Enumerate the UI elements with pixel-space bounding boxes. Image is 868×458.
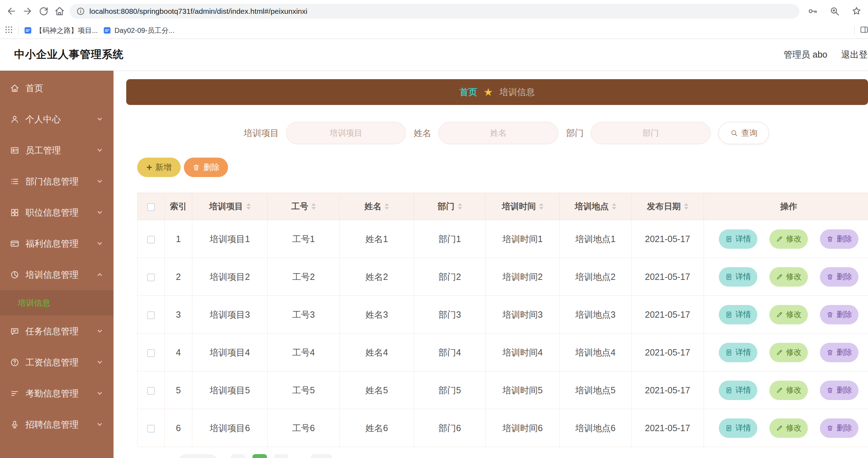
sidebar-item-training-mgmt[interactable]: 培训信息管理: [0, 259, 113, 290]
breadcrumb: 首页 ★ 培训信息: [126, 79, 868, 105]
edit-button[interactable]: 修改: [769, 418, 808, 438]
sidebar-item-salary-mgmt[interactable]: 工资信息管理: [0, 347, 113, 378]
col-header-work-id[interactable]: 工号: [268, 193, 340, 220]
row-checkbox[interactable]: [147, 236, 155, 243]
sidebar-item-position-mgmt[interactable]: 职位信息管理: [0, 197, 113, 228]
pagination-next-button[interactable]: [310, 454, 332, 458]
cell-dept: 部门6: [414, 409, 486, 447]
password-manager-button[interactable]: [804, 3, 821, 19]
detail-button[interactable]: 详情: [719, 418, 757, 438]
query-button[interactable]: 查询: [718, 122, 769, 144]
pen-icon: [776, 273, 783, 281]
detail-button[interactable]: 详情: [719, 229, 757, 249]
logout-link[interactable]: 退出登录: [841, 49, 868, 60]
search-input-dept[interactable]: [591, 122, 711, 144]
pagination-page-button[interactable]: [231, 454, 245, 458]
detail-button[interactable]: 详情: [719, 267, 757, 287]
col-header-place[interactable]: 培训地点: [560, 193, 631, 220]
bookmark-item[interactable]: Day02-09-员工分...: [103, 26, 175, 35]
sort-icon[interactable]: [458, 203, 462, 210]
delete-button[interactable]: 删除: [820, 229, 858, 249]
delete-button[interactable]: 删除: [820, 418, 858, 438]
pagination-prev-button[interactable]: [177, 454, 219, 458]
cell-place: 培训地点1: [560, 220, 631, 258]
side-panel-icon: [860, 25, 868, 34]
cell-date: 2021-05-17: [631, 296, 704, 334]
delete-button[interactable]: 删除: [820, 305, 858, 324]
col-header-dept[interactable]: 部门: [414, 193, 486, 220]
col-header-time[interactable]: 培训时间: [486, 193, 560, 220]
search-label-name: 姓名: [414, 127, 431, 139]
url-text: localhost:8080/springbootq731f/admin/dis…: [89, 7, 307, 16]
bookmark-button[interactable]: [848, 3, 864, 19]
edit-button[interactable]: 修改: [769, 229, 808, 249]
col-label: 培训地点: [575, 201, 609, 212]
pagination-active-page[interactable]: [252, 454, 267, 458]
sidebar-item-employee-mgmt[interactable]: 员工管理: [0, 135, 113, 166]
sort-icon[interactable]: [385, 203, 389, 210]
sidebar-item-personal-center[interactable]: 个人中心: [0, 104, 113, 135]
detail-button[interactable]: 详情: [719, 305, 757, 324]
row-checkbox[interactable]: [147, 349, 155, 357]
row-checkbox[interactable]: [147, 387, 155, 395]
detail-button[interactable]: 详情: [719, 381, 757, 400]
sort-icon[interactable]: [612, 203, 616, 210]
back-button[interactable]: [4, 3, 19, 19]
sidebar-item-attendance-mgmt[interactable]: 考勤信息管理: [0, 378, 113, 409]
edit-button[interactable]: 修改: [769, 267, 808, 287]
row-checkbox[interactable]: [147, 425, 155, 433]
sort-icon[interactable]: [246, 203, 251, 210]
sidebar-item-recruitment-mgmt[interactable]: 招聘信息管理: [0, 409, 113, 440]
pen-icon: [776, 235, 783, 243]
select-all-cell: [138, 193, 165, 220]
delete-button-label: 删除: [203, 162, 220, 173]
pagination-page-button[interactable]: [274, 454, 289, 458]
sidebar-item-home[interactable]: 首页: [0, 72, 113, 104]
grid-icon: [10, 208, 19, 217]
sidebar-item-welfare-mgmt[interactable]: 福利信息管理: [0, 228, 113, 259]
browser-chrome: localhost:8080/springbootq731f/admin/dis…: [0, 0, 868, 39]
zoom-button[interactable]: [826, 3, 843, 19]
sort-icon[interactable]: [539, 203, 543, 210]
col-header-index: 索引: [165, 193, 192, 220]
bookmark-item[interactable]: 【码神之路】项目...: [24, 26, 98, 35]
add-button[interactable]: + 新增: [137, 158, 181, 177]
apps-button[interactable]: [4, 25, 13, 36]
sidebar-item-training-info-active[interactable]: 培训信息: [0, 290, 113, 316]
edit-button[interactable]: 修改: [769, 343, 808, 362]
plus-icon: +: [146, 163, 152, 172]
row-checkbox[interactable]: [147, 311, 155, 319]
delete-button[interactable]: 删除: [820, 267, 858, 287]
forward-button[interactable]: [19, 3, 35, 19]
col-header-name[interactable]: 姓名: [340, 193, 414, 220]
sort-icon[interactable]: [684, 203, 688, 210]
sidebar-item-label: 部门信息管理: [25, 176, 90, 187]
batch-delete-button[interactable]: 删除: [184, 158, 228, 177]
chat-icon: [10, 327, 19, 336]
edit-button[interactable]: 修改: [769, 381, 808, 400]
col-header-project[interactable]: 培训项目: [192, 193, 268, 220]
sort-icon[interactable]: [311, 203, 316, 210]
address-bar[interactable]: localhost:8080/springbootq731f/admin/dis…: [70, 4, 799, 19]
cell-index: 1: [165, 220, 192, 258]
edit-button[interactable]: 修改: [769, 305, 808, 324]
breadcrumb-home-link[interactable]: 首页: [460, 86, 477, 98]
delete-button[interactable]: 删除: [820, 381, 858, 400]
search-input-name[interactable]: [438, 122, 558, 144]
sidebar-item-department-mgmt[interactable]: 部门信息管理: [0, 166, 113, 197]
refresh-button[interactable]: [35, 3, 51, 19]
breadcrumb-current: 培训信息: [499, 86, 535, 98]
side-panel-button[interactable]: [860, 25, 868, 36]
select-all-checkbox[interactable]: [147, 203, 155, 211]
bookmarks-separator: [854, 26, 855, 35]
sidebar-item-task-mgmt[interactable]: 任务信息管理: [0, 316, 113, 347]
col-header-date[interactable]: 发布日期: [631, 193, 704, 220]
home-button[interactable]: [52, 3, 68, 19]
cell-work-id: 工号1: [268, 220, 340, 258]
search-input-project[interactable]: [286, 122, 406, 144]
detail-button[interactable]: 详情: [719, 343, 757, 362]
row-checkbox[interactable]: [147, 274, 155, 281]
delete-button[interactable]: 删除: [820, 343, 858, 362]
chevron-down-icon: [96, 389, 104, 397]
sidebar-item-label: 培训信息管理: [25, 269, 90, 281]
